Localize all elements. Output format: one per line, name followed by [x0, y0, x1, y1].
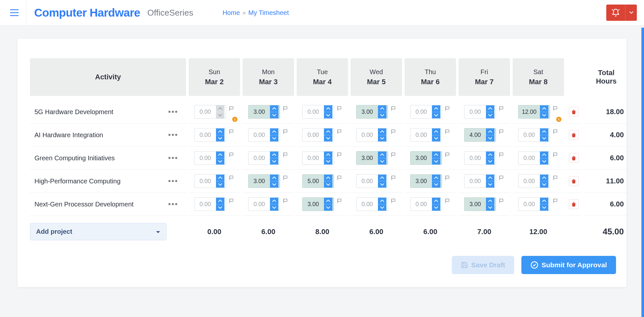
spin-down-button[interactable] — [378, 158, 386, 165]
note-flag-icon[interactable] — [499, 106, 504, 112]
spin-down-button[interactable] — [216, 112, 224, 119]
hour-input[interactable] — [248, 198, 270, 211]
hour-input[interactable] — [518, 175, 540, 188]
delete-row-button[interactable] — [569, 199, 579, 209]
spin-down-button[interactable] — [378, 181, 386, 188]
spin-down-button[interactable] — [270, 205, 278, 211]
spin-down-button[interactable] — [540, 112, 548, 119]
note-flag-icon[interactable] — [337, 129, 342, 135]
spin-up-button[interactable] — [378, 105, 386, 112]
spin-up-button[interactable] — [324, 175, 332, 181]
spin-down-button[interactable] — [270, 181, 278, 188]
spin-down-button[interactable] — [540, 181, 548, 188]
hour-input[interactable] — [464, 152, 486, 165]
spin-down-button[interactable] — [432, 112, 440, 119]
note-flag-icon[interactable] — [445, 129, 450, 135]
note-flag-icon[interactable] — [553, 152, 558, 158]
spin-up-button[interactable] — [270, 175, 278, 181]
hour-input[interactable] — [464, 175, 486, 188]
note-flag-icon[interactable] — [553, 106, 558, 112]
spin-up-button[interactable] — [216, 128, 224, 135]
spin-up-button[interactable] — [540, 105, 548, 112]
hour-input[interactable] — [302, 128, 324, 141]
warning-icon[interactable]: i — [556, 117, 561, 122]
hour-input[interactable] — [195, 128, 216, 141]
note-flag-icon[interactable] — [337, 106, 342, 112]
note-flag-icon[interactable] — [553, 129, 558, 135]
spin-down-button[interactable] — [324, 158, 332, 165]
spin-down-button[interactable] — [486, 158, 494, 165]
spin-down-button[interactable] — [216, 205, 224, 211]
hour-input[interactable] — [464, 198, 486, 211]
spin-up-button[interactable] — [378, 152, 386, 158]
spin-up-button[interactable] — [432, 152, 440, 158]
spin-up-button[interactable] — [378, 128, 386, 135]
hour-input[interactable] — [410, 198, 432, 211]
spin-down-button[interactable] — [270, 158, 278, 165]
hour-input[interactable] — [410, 175, 432, 188]
note-flag-icon[interactable] — [229, 152, 235, 158]
note-flag-icon[interactable] — [391, 106, 396, 112]
note-flag-icon[interactable] — [391, 129, 396, 135]
hour-input[interactable] — [248, 128, 270, 141]
note-flag-icon[interactable] — [391, 198, 396, 204]
breadcrumb-current-link[interactable]: My Timesheet — [248, 9, 289, 17]
hour-input[interactable] — [518, 128, 540, 141]
save-draft-button[interactable]: Save Draft — [452, 256, 514, 274]
note-flag-icon[interactable] — [283, 198, 288, 204]
spin-up-button[interactable] — [216, 152, 224, 158]
notifications-button[interactable] — [606, 5, 625, 21]
note-flag-icon[interactable] — [499, 129, 504, 135]
spin-up-button[interactable] — [324, 198, 332, 205]
hamburger-menu-icon[interactable] — [8, 7, 20, 19]
delete-row-button[interactable] — [569, 176, 579, 186]
spin-down-button[interactable] — [540, 158, 548, 165]
delete-row-button[interactable] — [569, 107, 579, 117]
note-flag-icon[interactable] — [391, 152, 396, 158]
spin-down-button[interactable] — [324, 181, 332, 188]
spin-up-button[interactable] — [324, 128, 332, 135]
note-flag-icon[interactable] — [229, 198, 235, 204]
hour-input[interactable] — [302, 105, 324, 118]
hour-input[interactable] — [518, 152, 540, 165]
spin-down-button[interactable] — [216, 158, 224, 165]
note-flag-icon[interactable] — [499, 198, 504, 204]
delete-row-button[interactable] — [569, 130, 579, 140]
hour-input[interactable] — [356, 198, 378, 211]
hour-input[interactable] — [356, 105, 378, 118]
note-flag-icon[interactable] — [553, 198, 558, 204]
spin-down-button[interactable] — [486, 205, 494, 211]
spin-up-button[interactable] — [432, 105, 440, 112]
warning-icon[interactable]: i — [232, 117, 237, 122]
note-flag-icon[interactable] — [337, 198, 342, 204]
spin-down-button[interactable] — [432, 181, 440, 188]
note-flag-icon[interactable] — [445, 175, 450, 181]
hour-input[interactable] — [356, 128, 378, 141]
spin-down-button[interactable] — [378, 205, 386, 211]
hour-input[interactable] — [195, 198, 216, 211]
spin-up-button[interactable] — [378, 198, 386, 205]
hour-input[interactable] — [248, 105, 270, 118]
note-flag-icon[interactable] — [445, 106, 450, 112]
hour-input[interactable] — [248, 175, 270, 188]
hour-input[interactable] — [302, 198, 324, 211]
note-flag-icon[interactable] — [229, 129, 235, 135]
spin-down-button[interactable] — [378, 135, 386, 142]
note-flag-icon[interactable] — [229, 106, 235, 112]
note-flag-icon[interactable] — [445, 198, 450, 204]
spin-up-button[interactable] — [540, 175, 548, 181]
spin-down-button[interactable] — [324, 112, 332, 119]
hour-input[interactable] — [195, 175, 216, 188]
spin-up-button[interactable] — [432, 198, 440, 205]
spin-down-button[interactable] — [378, 112, 386, 119]
note-flag-icon[interactable] — [283, 175, 288, 181]
hour-input[interactable] — [464, 105, 486, 118]
note-flag-icon[interactable] — [283, 152, 288, 158]
note-flag-icon[interactable] — [283, 129, 288, 135]
spin-down-button[interactable] — [486, 135, 494, 142]
spin-up-button[interactable] — [216, 198, 224, 205]
spin-down-button[interactable] — [216, 135, 224, 142]
note-flag-icon[interactable] — [229, 175, 235, 181]
row-menu-icon[interactable]: ••• — [166, 152, 181, 164]
spin-down-button[interactable] — [324, 205, 332, 211]
